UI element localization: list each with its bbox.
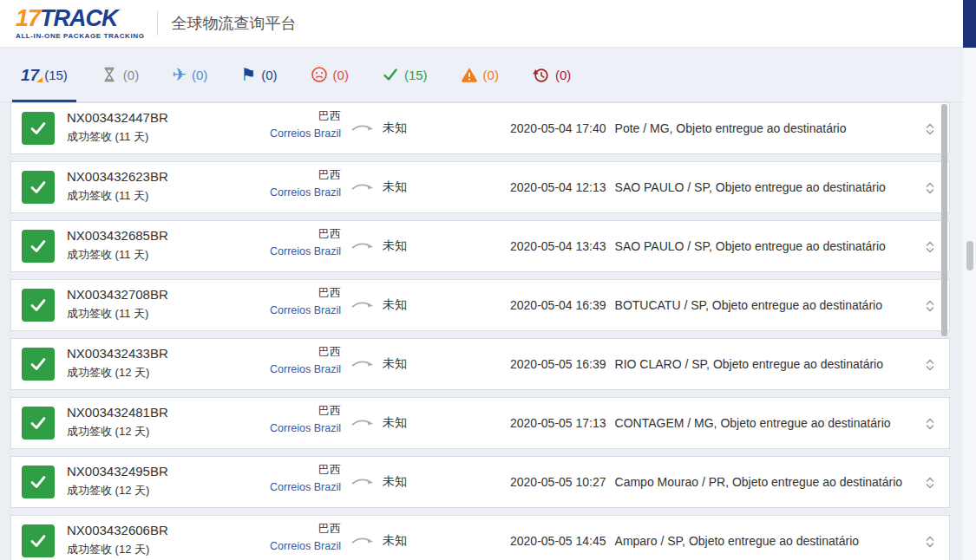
latest-event: 2020-05-04 12:13SAO PAULO / SP, Objeto e… [510, 180, 886, 194]
origin-carrier-link[interactable]: Correios Brazil [270, 540, 341, 552]
expand-chevron-icon[interactable] [925, 181, 935, 195]
origin-carrier-link[interactable]: Correios Brazil [270, 245, 341, 257]
destination-carrier: 未知 [383, 474, 407, 490]
tab-expired[interactable]: (0) [523, 48, 580, 101]
origin-carrier-link[interactable]: Correios Brazil [270, 481, 341, 493]
history-clock-icon [532, 66, 550, 84]
status-tabs: 17 (15) (0) ✈ (0) ⚑ (0) (0) (15) [0, 48, 595, 101]
origin-carrier-link[interactable]: Correios Brazil [270, 304, 341, 316]
origin-country: 巴西 [211, 403, 341, 419]
page-title: 全球物流查询平台 [172, 13, 297, 34]
delivered-check-icon [22, 524, 55, 557]
latest-event: 2020-05-04 16:39BOTUCATU / SP, Objeto en… [510, 298, 882, 312]
warning-icon [461, 66, 478, 83]
latest-event: 2020-05-05 17:13CONTAGEM / MG, Objeto en… [510, 416, 891, 430]
event-description: SAO PAULO / SP, Objeto entregue ao desti… [615, 239, 886, 253]
expand-chevron-icon[interactable] [925, 122, 935, 136]
destination-carrier: 未知 [383, 297, 407, 313]
expand-chevron-icon[interactable] [925, 299, 935, 313]
tab-not-found[interactable]: (0) [92, 48, 147, 101]
event-description: Campo Mourao / PR, Objeto entregue ao de… [615, 475, 903, 489]
origin-carrier-block: 巴西 Correios Brazil [211, 108, 341, 140]
list-scrollbar-thumb[interactable] [941, 104, 947, 336]
expand-chevron-icon[interactable] [925, 476, 935, 490]
origin-carrier-block: 巴西 Correios Brazil [211, 521, 341, 553]
17track-logo: 17TRACK ALL-IN-ONE PACKAGE TRACKING [16, 7, 145, 40]
event-datetime: 2020-05-04 13:43 [510, 239, 606, 253]
tracking-row[interactable]: NX003432481BR 成功签收 (12 天) 巴西 Correios Br… [10, 397, 950, 449]
latest-event: 2020-05-05 10:27Campo Mourao / PR, Objet… [510, 475, 902, 489]
expand-chevron-icon[interactable] [925, 358, 935, 372]
tracking-number: NX003432685BR [67, 228, 168, 243]
expand-chevron-icon[interactable] [925, 240, 935, 254]
delivered-check-icon [22, 407, 55, 440]
latest-event: 2020-05-05 14:45Amparo / SP, Objeto entr… [510, 534, 859, 548]
tab-alert[interactable]: (0) [452, 48, 508, 101]
tab-count: (0) [123, 68, 139, 82]
origin-carrier-link[interactable]: Correios Brazil [270, 422, 341, 434]
tracking-status: 成功签收 (12 天) [67, 483, 149, 498]
tracking-row[interactable]: NX003432685BR 成功签收 (11 天) 巴西 Correios Br… [10, 220, 950, 272]
origin-carrier-link[interactable]: Correios Brazil [270, 363, 341, 375]
origin-country: 巴西 [211, 226, 341, 242]
origin-carrier-block: 巴西 Correios Brazil [211, 285, 341, 317]
delivered-check-icon [22, 171, 55, 204]
delivered-check-icon [22, 466, 55, 498]
route-arrow-icon [351, 179, 374, 193]
expand-chevron-icon[interactable] [925, 535, 935, 549]
tracking-status: 成功签收 (11 天) [67, 188, 148, 204]
tracking-row[interactable]: NX003432447BR 成功签收 (11 天) 巴西 Correios Br… [10, 102, 950, 154]
tracking-row[interactable]: NX003432606BR 成功签收 (12 天) 巴西 Correios Br… [10, 515, 950, 560]
event-datetime: 2020-05-04 16:39 [510, 298, 606, 312]
delivered-check-icon [22, 112, 55, 145]
origin-carrier-link[interactable]: Correios Brazil [270, 186, 341, 199]
event-datetime: 2020-05-05 16:39 [510, 357, 606, 371]
tracking-number: NX003432606BR [67, 523, 168, 537]
destination-carrier: 未知 [383, 415, 407, 431]
tracking-row[interactable]: NX003432433BR 成功签收 (12 天) 巴西 Correios Br… [10, 338, 950, 390]
tab-delivered[interactable]: (15) [373, 48, 436, 101]
route-arrow-icon [351, 238, 374, 252]
logo-17: 17 [16, 5, 40, 31]
tab-pick-up[interactable]: ⚑ (0) [232, 48, 285, 101]
logo-tagline: ALL-IN-ONE PACKAGE TRACKING [16, 32, 145, 40]
origin-country: 巴西 [211, 344, 341, 360]
latest-event: 2020-05-04 17:40Pote / MG, Objeto entreg… [510, 121, 846, 135]
origin-carrier-block: 巴西 Correios Brazil [211, 344, 341, 376]
destination-carrier: 未知 [383, 533, 407, 549]
origin-country: 巴西 [211, 462, 341, 478]
window-scrollbar-thumb[interactable] [966, 241, 973, 270]
destination-carrier: 未知 [383, 238, 407, 254]
tab-undelivered[interactable]: (0) [302, 48, 357, 101]
plane-icon: ✈ [172, 66, 187, 83]
origin-country: 巴西 [211, 167, 341, 183]
origin-carrier-link[interactable]: Correios Brazil [270, 127, 341, 140]
event-description: RIO CLARO / SP, Objeto entregue ao desti… [615, 357, 883, 371]
header-divider [157, 11, 158, 36]
tab-count: (15) [44, 68, 68, 82]
tab-count: (0) [555, 68, 571, 82]
expand-chevron-icon[interactable] [925, 417, 935, 431]
event-description: CONTAGEM / MG, Objeto entregue ao destin… [615, 416, 891, 430]
origin-carrier-block: 巴西 Correios Brazil [211, 226, 341, 258]
origin-carrier-block: 巴西 Correios Brazil [211, 462, 341, 494]
tab-in-transit[interactable]: ✈ (0) [163, 48, 216, 101]
event-description: Pote / MG, Objeto entregue ao destinatár… [615, 121, 847, 135]
tracking-status: 成功签收 (12 天) [67, 365, 149, 381]
tracking-number: NX003432481BR [67, 405, 168, 420]
tab-count: (0) [261, 68, 277, 82]
app-header: 17TRACK ALL-IN-ONE PACKAGE TRACKING 全球物流… [0, 0, 963, 48]
tracking-row[interactable]: NX003432708BR 成功签收 (11 天) 巴西 Correios Br… [10, 279, 950, 331]
flag-icon: ⚑ [240, 66, 256, 83]
destination-carrier: 未知 [383, 120, 407, 136]
origin-country: 巴西 [211, 108, 341, 124]
tracking-row[interactable]: NX003432495BR 成功签收 (12 天) 巴西 Correios Br… [10, 456, 950, 508]
delivered-check-icon [22, 289, 55, 322]
top-right-panel-edge [963, 0, 976, 48]
tracking-status: 成功签收 (11 天) [67, 129, 148, 145]
tab-all-tracked[interactable]: 17 (15) [12, 48, 76, 101]
tab-count: (0) [483, 68, 499, 82]
event-description: Amparo / SP, Objeto entregue ao destinat… [615, 534, 859, 548]
latest-event: 2020-05-04 13:43SAO PAULO / SP, Objeto e… [510, 239, 886, 253]
tracking-row[interactable]: NX003432623BR 成功签收 (11 天) 巴西 Correios Br… [10, 161, 950, 213]
